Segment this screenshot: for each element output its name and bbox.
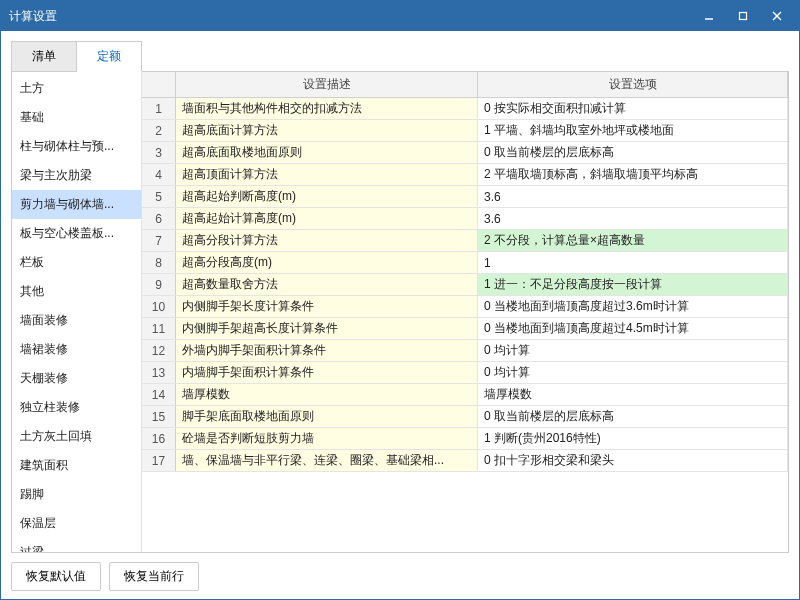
setting-description-cell[interactable]: 超高起始计算高度(m): [176, 208, 478, 229]
minimize-button[interactable]: [695, 6, 723, 26]
row-number: 6: [142, 208, 176, 229]
setting-option-cell[interactable]: 2 平墙取墙顶标高，斜墙取墙顶平均标高: [478, 164, 788, 185]
tabs-panel: 清单 定额 土方基础柱与砌体柱与预...梁与主次肋梁剪力墙与砌体墙...板与空心…: [11, 41, 789, 553]
table-row: 11内侧脚手架超高长度计算条件0 当楼地面到墙顶高度超过4.5m时计算: [142, 318, 788, 340]
sidebar-item[interactable]: 梁与主次肋梁: [12, 161, 141, 190]
maximize-button[interactable]: [729, 6, 757, 26]
row-number: 1: [142, 98, 176, 119]
dialog-window: 计算设置 清单 定额 土方基础柱与砌体柱与预...梁与主次肋梁剪力墙与砌体墙..…: [0, 0, 800, 600]
column-header-desc[interactable]: 设置描述: [176, 72, 478, 97]
table-row: 12外墙内脚手架面积计算条件0 均计算: [142, 340, 788, 362]
setting-option-cell[interactable]: 0 按实际相交面积扣减计算: [478, 98, 788, 119]
setting-option-cell[interactable]: 2 不分段，计算总量×超高数量: [478, 230, 788, 251]
table-row: 10内侧脚手架长度计算条件0 当楼地面到墙顶高度超过3.6m时计算: [142, 296, 788, 318]
setting-description-cell[interactable]: 砼墙是否判断短肢剪力墙: [176, 428, 478, 449]
table-row: 2超高底面计算方法1 平墙、斜墙均取室外地坪或楼地面: [142, 120, 788, 142]
setting-description-cell[interactable]: 超高数量取舍方法: [176, 274, 478, 295]
titlebar: 计算设置: [1, 1, 799, 31]
setting-option-cell[interactable]: 0 均计算: [478, 340, 788, 361]
window-title: 计算设置: [9, 8, 695, 25]
table-row: 14墙厚模数墙厚模数: [142, 384, 788, 406]
restore-defaults-button[interactable]: 恢复默认值: [11, 562, 101, 591]
tabs-row: 清单 定额: [11, 41, 789, 72]
table-row: 5超高起始判断高度(m)3.6: [142, 186, 788, 208]
setting-description-cell[interactable]: 超高起始判断高度(m): [176, 186, 478, 207]
row-number: 7: [142, 230, 176, 251]
table-row: 13内墙脚手架面积计算条件0 均计算: [142, 362, 788, 384]
grid-corner: [142, 72, 176, 97]
close-button[interactable]: [763, 6, 791, 26]
setting-description-cell[interactable]: 内侧脚手架长度计算条件: [176, 296, 478, 317]
sidebar-item[interactable]: 建筑面积: [12, 451, 141, 480]
sidebar-item[interactable]: 栏板: [12, 248, 141, 277]
sidebar-item[interactable]: 踢脚: [12, 480, 141, 509]
tab-list[interactable]: 清单: [11, 41, 77, 72]
sidebar-item[interactable]: 墙裙装修: [12, 335, 141, 364]
setting-option-cell[interactable]: 0 取当前楼层的层底标高: [478, 142, 788, 163]
window-controls: [695, 6, 791, 26]
sidebar-item[interactable]: 柱与砌体柱与预...: [12, 132, 141, 161]
row-number: 12: [142, 340, 176, 361]
tab-quota[interactable]: 定额: [77, 41, 142, 72]
row-number: 11: [142, 318, 176, 339]
sidebar-item[interactable]: 墙面装修: [12, 306, 141, 335]
setting-option-cell[interactable]: 0 取当前楼层的层底标高: [478, 406, 788, 427]
footer: 恢复默认值 恢复当前行: [11, 553, 789, 593]
setting-description-cell[interactable]: 脚手架底面取楼地面原则: [176, 406, 478, 427]
column-header-opt[interactable]: 设置选项: [478, 72, 788, 97]
setting-description-cell[interactable]: 超高分段高度(m): [176, 252, 478, 273]
row-number: 16: [142, 428, 176, 449]
row-number: 9: [142, 274, 176, 295]
sidebar-item[interactable]: 过梁: [12, 538, 141, 552]
restore-row-button[interactable]: 恢复当前行: [109, 562, 199, 591]
row-number: 15: [142, 406, 176, 427]
sidebar-item[interactable]: 基础: [12, 103, 141, 132]
setting-description-cell[interactable]: 内墙脚手架面积计算条件: [176, 362, 478, 383]
sidebar-item[interactable]: 土方: [12, 74, 141, 103]
row-number: 17: [142, 450, 176, 471]
svg-rect-1: [740, 13, 747, 20]
sidebar-item[interactable]: 独立柱装修: [12, 393, 141, 422]
sidebar-item[interactable]: 保温层: [12, 509, 141, 538]
table-row: 4超高顶面计算方法2 平墙取墙顶标高，斜墙取墙顶平均标高: [142, 164, 788, 186]
setting-option-cell[interactable]: 墙厚模数: [478, 384, 788, 405]
setting-option-cell[interactable]: 1: [478, 252, 788, 273]
table-row: 15脚手架底面取楼地面原则0 取当前楼层的层底标高: [142, 406, 788, 428]
setting-description-cell[interactable]: 外墙内脚手架面积计算条件: [176, 340, 478, 361]
setting-description-cell[interactable]: 超高分段计算方法: [176, 230, 478, 251]
grid-body: 1墙面积与其他构件相交的扣减方法0 按实际相交面积扣减计算2超高底面计算方法1 …: [142, 98, 788, 552]
grid-header: 设置描述 设置选项: [142, 72, 788, 98]
table-row: 16砼墙是否判断短肢剪力墙1 判断(贵州2016特性): [142, 428, 788, 450]
sidebar-item[interactable]: 天棚装修: [12, 364, 141, 393]
row-number: 8: [142, 252, 176, 273]
sidebar-item[interactable]: 剪力墙与砌体墙...: [12, 190, 141, 219]
setting-option-cell[interactable]: 1 判断(贵州2016特性): [478, 428, 788, 449]
setting-option-cell[interactable]: 1 平墙、斜墙均取室外地坪或楼地面: [478, 120, 788, 141]
setting-option-cell[interactable]: 3.6: [478, 208, 788, 229]
row-number: 3: [142, 142, 176, 163]
setting-option-cell[interactable]: 0 扣十字形相交梁和梁头: [478, 450, 788, 471]
setting-description-cell[interactable]: 墙厚模数: [176, 384, 478, 405]
sidebar-item[interactable]: 土方灰土回填: [12, 422, 141, 451]
setting-description-cell[interactable]: 超高顶面计算方法: [176, 164, 478, 185]
row-number: 13: [142, 362, 176, 383]
setting-option-cell[interactable]: 0 当楼地面到墙顶高度超过4.5m时计算: [478, 318, 788, 339]
row-number: 2: [142, 120, 176, 141]
setting-option-cell[interactable]: 3.6: [478, 186, 788, 207]
setting-option-cell[interactable]: 0 当楼地面到墙顶高度超过3.6m时计算: [478, 296, 788, 317]
sidebar-item[interactable]: 板与空心楼盖板...: [12, 219, 141, 248]
table-row: 7超高分段计算方法2 不分段，计算总量×超高数量: [142, 230, 788, 252]
table-row: 8超高分段高度(m)1: [142, 252, 788, 274]
setting-description-cell[interactable]: 超高底面计算方法: [176, 120, 478, 141]
setting-option-cell[interactable]: 0 均计算: [478, 362, 788, 383]
setting-description-cell[interactable]: 墙面积与其他构件相交的扣减方法: [176, 98, 478, 119]
table-row: 1墙面积与其他构件相交的扣减方法0 按实际相交面积扣减计算: [142, 98, 788, 120]
setting-description-cell[interactable]: 内侧脚手架超高长度计算条件: [176, 318, 478, 339]
sidebar-item[interactable]: 其他: [12, 277, 141, 306]
row-number: 14: [142, 384, 176, 405]
setting-description-cell[interactable]: 墙、保温墙与非平行梁、连梁、圈梁、基础梁相...: [176, 450, 478, 471]
table-row: 3超高底面取楼地面原则0 取当前楼层的层底标高: [142, 142, 788, 164]
settings-grid: 设置描述 设置选项 1墙面积与其他构件相交的扣减方法0 按实际相交面积扣减计算2…: [142, 72, 788, 552]
setting-description-cell[interactable]: 超高底面取楼地面原则: [176, 142, 478, 163]
setting-option-cell[interactable]: 1 进一：不足分段高度按一段计算: [478, 274, 788, 295]
